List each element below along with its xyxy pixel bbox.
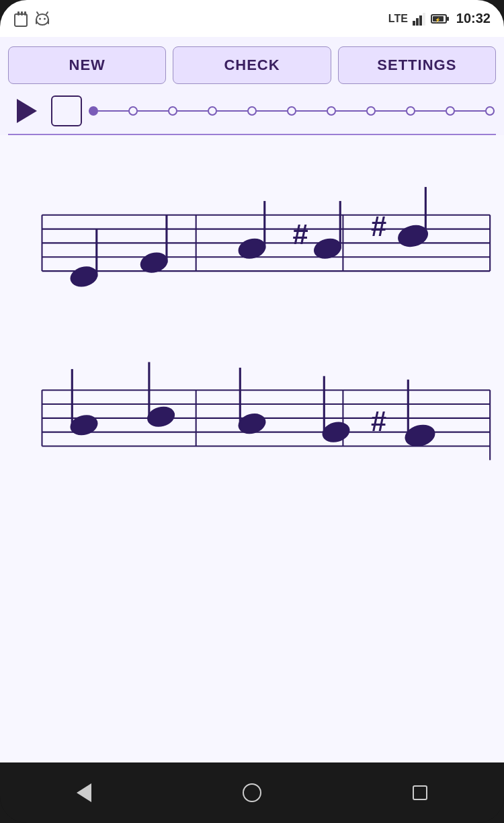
svg-point-4 bbox=[36, 14, 48, 25]
progress-dot-2[interactable] bbox=[168, 106, 177, 116]
note-4 bbox=[312, 235, 344, 262]
note-1 bbox=[68, 264, 100, 290]
sharp-4: # bbox=[292, 219, 308, 251]
back-button[interactable] bbox=[71, 779, 97, 806]
progress-dot-6[interactable] bbox=[327, 106, 336, 116]
svg-rect-3 bbox=[24, 11, 26, 15]
top-buttons-row: NEW CHECK SETTINGS bbox=[0, 37, 504, 91]
progress-dot-9[interactable] bbox=[446, 106, 455, 116]
back-icon bbox=[77, 783, 91, 802]
status-bar: LTE ⚡ 10:32 bbox=[0, 0, 504, 37]
svg-point-7 bbox=[39, 17, 41, 19]
note-3 bbox=[236, 235, 268, 262]
svg-point-8 bbox=[44, 17, 46, 19]
status-right-icons: LTE ⚡ 10:32 bbox=[388, 11, 491, 26]
svg-line-5 bbox=[37, 12, 38, 14]
check-button[interactable]: CHECK bbox=[173, 46, 331, 84]
progress-dots bbox=[89, 106, 495, 116]
stop-button[interactable] bbox=[51, 95, 82, 126]
svg-rect-12 bbox=[416, 18, 419, 26]
sharp-5: # bbox=[371, 210, 386, 242]
svg-rect-14 bbox=[423, 13, 425, 26]
home-icon bbox=[243, 783, 261, 802]
lte-label: LTE bbox=[388, 13, 408, 25]
time-display: 10:32 bbox=[456, 11, 491, 26]
note-2 bbox=[138, 249, 170, 276]
music-area: # # bbox=[0, 135, 504, 762]
play-triangle-icon bbox=[17, 99, 37, 123]
controls-row bbox=[0, 91, 504, 134]
progress-dot-8[interactable] bbox=[406, 106, 415, 116]
staff-1: # # bbox=[0, 162, 504, 310]
new-button[interactable]: NEW bbox=[8, 46, 166, 84]
progress-dot-3[interactable] bbox=[208, 106, 217, 116]
play-button[interactable] bbox=[9, 93, 44, 128]
status-left-icons bbox=[13, 10, 51, 28]
battery-icon: ⚡ bbox=[431, 13, 450, 25]
progress-dot-7[interactable] bbox=[366, 106, 376, 116]
nav-bar bbox=[0, 762, 504, 823]
progress-dot-1[interactable] bbox=[128, 106, 138, 116]
phone-frame: LTE ⚡ 10:32 NEW CHECK SETTINGS bbox=[0, 0, 504, 823]
recent-icon bbox=[413, 785, 427, 800]
svg-rect-0 bbox=[15, 14, 27, 26]
progress-dot-0[interactable] bbox=[89, 106, 98, 116]
progress-track[interactable] bbox=[89, 106, 495, 116]
progress-dot-10[interactable] bbox=[485, 106, 495, 116]
recent-button[interactable] bbox=[407, 779, 433, 806]
svg-rect-17 bbox=[447, 17, 449, 21]
sd-card-icon bbox=[13, 10, 28, 28]
svg-rect-13 bbox=[419, 15, 422, 26]
progress-dot-4[interactable] bbox=[247, 106, 257, 116]
sharp2-5: # bbox=[371, 405, 386, 437]
home-button[interactable] bbox=[239, 779, 265, 806]
svg-rect-11 bbox=[413, 21, 415, 26]
android-icon bbox=[34, 10, 51, 28]
svg-line-6 bbox=[46, 12, 48, 14]
signal-icon bbox=[412, 11, 427, 26]
progress-dot-5[interactable] bbox=[287, 106, 296, 116]
svg-rect-2 bbox=[21, 11, 23, 15]
svg-text:⚡: ⚡ bbox=[435, 17, 441, 23]
settings-button[interactable]: SETTINGS bbox=[338, 46, 496, 84]
main-content: NEW CHECK SETTINGS bbox=[0, 37, 504, 762]
svg-rect-1 bbox=[17, 11, 19, 15]
staff-2: # bbox=[0, 323, 504, 485]
